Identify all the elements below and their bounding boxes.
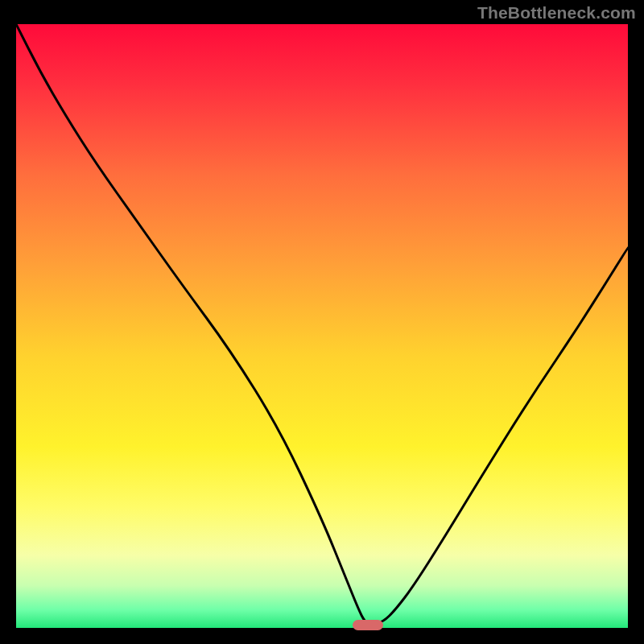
gradient-background	[16, 24, 628, 628]
watermark-text: TheBottleneck.com	[477, 3, 636, 23]
optimal-marker	[353, 620, 383, 630]
plot-area	[16, 24, 628, 628]
chart-frame: TheBottleneck.com	[0, 0, 644, 644]
chart-svg	[16, 24, 628, 628]
